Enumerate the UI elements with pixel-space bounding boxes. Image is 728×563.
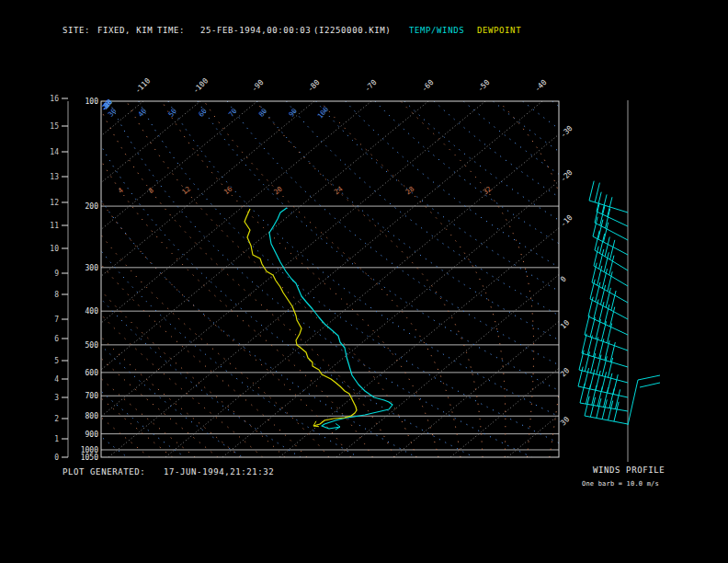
isotherms (0, 101, 728, 457)
svg-text:40: 40 (137, 107, 149, 119)
svg-text:11: 11 (50, 222, 59, 230)
svg-text:-40: -40 (533, 78, 549, 94)
svg-text:30: 30 (559, 415, 571, 427)
svg-text:8: 8 (54, 291, 59, 299)
svg-text:500: 500 (85, 341, 99, 350)
plot-generated-time: 17-JUN-1994,21:21:32 (164, 467, 274, 477)
svg-text:4: 4 (54, 375, 59, 384)
svg-text:-30: -30 (559, 124, 574, 140)
svg-text:2: 2 (54, 415, 59, 423)
svg-text:-10: -10 (559, 213, 574, 229)
height-axis: 161514131211109876543210 (50, 95, 68, 462)
svg-text:1050: 1050 (81, 454, 98, 462)
svg-text:13: 13 (50, 173, 59, 181)
svg-text:24: 24 (333, 184, 345, 196)
svg-text:-80: -80 (306, 78, 322, 94)
svg-text:5: 5 (54, 357, 59, 365)
pressure-labels: 10020030040050060070080090010001050 (81, 98, 98, 462)
svg-text:0: 0 (559, 275, 568, 284)
svg-text:15: 15 (50, 122, 59, 131)
svg-text:100: 100 (85, 98, 99, 106)
svg-text:10: 10 (50, 245, 59, 253)
wind-barbs (578, 181, 628, 424)
svg-text:-50: -50 (476, 78, 492, 94)
svg-text:100: 100 (316, 105, 331, 121)
svg-text:20: 20 (559, 366, 571, 378)
svg-text:-110: -110 (133, 76, 152, 95)
svg-text:32: 32 (482, 185, 494, 197)
svg-text:900: 900 (85, 431, 99, 439)
isotherm-labels-top: -110-100-90-80-70-60-50-40 (133, 76, 548, 95)
winds-profile-scale: One barb = 10.0 m/s (582, 480, 659, 488)
svg-text:400: 400 (85, 307, 99, 316)
svg-text:50: 50 (166, 107, 178, 119)
skewt-screen: SITE: FIXED, KIM TIME: 25-FEB-1994,00:00… (0, 0, 728, 563)
svg-text:90: 90 (287, 107, 299, 119)
svg-text:60: 60 (197, 107, 209, 119)
svg-text:6: 6 (54, 335, 59, 343)
svg-text:4: 4 (117, 186, 125, 195)
svg-text:8: 8 (147, 186, 155, 195)
plot-generated-label: PLOT GENERATED: (63, 467, 145, 477)
svg-text:-60: -60 (420, 78, 436, 94)
svg-text:200: 200 (85, 202, 99, 211)
plot-box (101, 101, 559, 457)
svg-text:16: 16 (50, 95, 59, 103)
svg-text:-90: -90 (250, 78, 266, 94)
svg-text:-70: -70 (363, 78, 379, 94)
svg-text:700: 700 (85, 392, 99, 400)
svg-text:28: 28 (404, 184, 416, 196)
surface-wind-barb (628, 375, 660, 425)
svg-text:800: 800 (85, 412, 99, 420)
moist-adiabat-labels: 48121620242832 (117, 184, 494, 196)
dewpoint-trace (245, 209, 357, 427)
temp-trace (269, 208, 392, 430)
svg-text:12: 12 (50, 199, 59, 207)
svg-text:0: 0 (54, 454, 59, 462)
winds-profile-title: WINDS PROFILE (593, 465, 665, 475)
svg-text:10: 10 (559, 318, 571, 330)
isotherm-labels-right: -30-20-100102030 (559, 124, 574, 428)
svg-text:9: 9 (54, 270, 59, 278)
svg-text:300: 300 (85, 264, 99, 272)
svg-text:20: 20 (272, 184, 284, 196)
svg-text:16: 16 (222, 184, 234, 196)
dry-adiabats (0, 101, 728, 457)
svg-text:-100: -100 (191, 76, 210, 95)
svg-text:7: 7 (54, 316, 59, 324)
svg-text:14: 14 (50, 148, 59, 156)
moist-adiabats (0, 101, 616, 457)
svg-text:-20: -20 (559, 168, 574, 184)
svg-text:1: 1 (54, 435, 59, 443)
svg-text:80: 80 (257, 107, 269, 119)
svg-text:3: 3 (54, 394, 59, 402)
svg-text:600: 600 (85, 369, 99, 377)
svg-text:70: 70 (227, 107, 239, 119)
